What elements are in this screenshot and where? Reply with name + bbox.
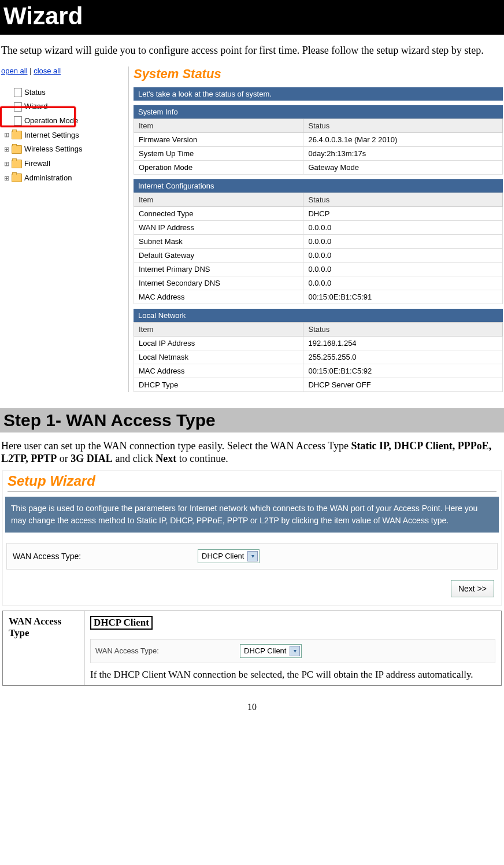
- expand-icon[interactable]: ⊞: [1, 129, 12, 141]
- tree-opmode[interactable]: Operation Mode: [24, 114, 78, 128]
- tree-wireless[interactable]: Wireless Settings: [24, 142, 82, 157]
- cell: Firmware Version: [134, 132, 303, 146]
- cell: 0.0.0.0: [303, 220, 503, 234]
- divider: [8, 491, 496, 492]
- table-row: Local IP Address192.168.1.254: [134, 336, 503, 350]
- cell: 0.0.0.0: [303, 262, 503, 276]
- cell: Connected Type: [134, 206, 303, 220]
- wan-label: WAN Access Type:: [13, 552, 198, 561]
- col-header: Status: [303, 322, 503, 336]
- table-row: WAN IP Address0.0.0.0: [134, 220, 503, 234]
- step1-intro: Here user can set up the WAN connection …: [0, 439, 504, 470]
- cell: 00:15:0E:B1:C5:92: [303, 364, 503, 378]
- cell: Local IP Address: [134, 336, 303, 350]
- table-row: MAC Address00:15:0E:B1:C5:92: [134, 364, 503, 378]
- cell: Internet Primary DNS: [134, 262, 303, 276]
- table-row: Subnet Mask0.0.0.0: [134, 234, 503, 248]
- cell: 00:15:0E:B1:C5:91: [303, 290, 503, 304]
- cell: Local Netmask: [134, 350, 303, 364]
- wizard-banner: This page is used to configure the param…: [5, 497, 499, 533]
- table-row: Operation ModeGateway Mode: [134, 160, 503, 174]
- intro-text: The setup wizard will guide you to confi…: [0, 35, 504, 63]
- open-all-link[interactable]: open all: [1, 66, 28, 75]
- section-header: Local Network: [134, 309, 503, 322]
- folder-icon: [12, 160, 22, 168]
- page-title: Wizard: [0, 0, 504, 35]
- page-icon: [14, 102, 22, 112]
- cell: WAN IP Address: [134, 220, 303, 234]
- expand-icon[interactable]: ⊞: [1, 143, 12, 156]
- status-title: System Status: [134, 66, 503, 82]
- tree-status[interactable]: Status: [24, 86, 46, 100]
- col-header: Item: [134, 119, 303, 132]
- cell: Default Gateway: [134, 248, 303, 262]
- cell: 0.0.0.0: [303, 276, 503, 290]
- chevron-down-icon: ▾: [247, 551, 258, 561]
- col-header: Item: [134, 193, 303, 206]
- next-button[interactable]: Next >>: [451, 580, 494, 597]
- cell: 0.0.0.0: [303, 234, 503, 248]
- definition-table: WAN Access Type DHCP Client WAN Access T…: [2, 611, 502, 686]
- page-icon: [14, 116, 22, 125]
- status-table: ItemStatusFirmware Version26.4.0.0.3.1e …: [134, 119, 503, 175]
- page-number: 10: [0, 702, 504, 712]
- cell: 0day:2h:13m:17s: [303, 146, 503, 160]
- table-row: Connected TypeDHCP: [134, 206, 503, 220]
- table-row: Internet Secondary DNS0.0.0.0: [134, 276, 503, 290]
- close-all-link[interactable]: close all: [34, 66, 61, 75]
- screenshot-system-status: open all | close all Status Wizard Opera…: [1, 66, 503, 392]
- folder-icon: [12, 173, 22, 182]
- table-row: DHCP TypeDHCP Server OFF: [134, 378, 503, 391]
- tree-wizard[interactable]: Wizard: [24, 99, 47, 114]
- def-left: WAN Access Type: [3, 611, 84, 685]
- status-sub: Let's take a look at the status of syste…: [134, 87, 503, 101]
- tree-internet[interactable]: Internet Settings: [24, 128, 79, 143]
- status-table: ItemStatusLocal IP Address192.168.1.254L…: [134, 322, 503, 392]
- table-row: Default Gateway0.0.0.0: [134, 248, 503, 262]
- status-table: ItemStatusConnected TypeDHCPWAN IP Addre…: [134, 193, 503, 304]
- cell: System Up Time: [134, 146, 303, 160]
- table-row: System Up Time0day:2h:13m:17s: [134, 146, 503, 160]
- folder-icon: [12, 131, 22, 139]
- cell: 26.4.0.0.3.1e (Mar 2 2010): [303, 132, 503, 146]
- wan-access-row: WAN Access Type: DHCP Client▾: [6, 543, 498, 570]
- col-header: Item: [134, 322, 303, 336]
- cell: Subnet Mask: [134, 234, 303, 248]
- chevron-down-icon: ▾: [290, 646, 300, 656]
- section-header: System Info: [134, 105, 503, 119]
- def-right: DHCP Client WAN Access Type: DHCP Client…: [84, 611, 502, 685]
- cell: 192.168.1.254: [303, 336, 503, 350]
- table-row: Internet Primary DNS0.0.0.0: [134, 262, 503, 276]
- screenshot-setup-wizard: Setup Wizard This page is used to config…: [2, 470, 502, 606]
- cell: MAC Address: [134, 364, 303, 378]
- col-header: Status: [303, 119, 503, 132]
- wan-select[interactable]: DHCP Client▾: [198, 549, 260, 563]
- cell: Gateway Mode: [303, 160, 503, 174]
- tree-firewall[interactable]: Firewall: [24, 157, 50, 171]
- expand-icon[interactable]: ⊞: [1, 158, 12, 170]
- cell: DHCP: [303, 206, 503, 220]
- table-row: Local Netmask255.255.255.0: [134, 350, 503, 364]
- cell: Internet Secondary DNS: [134, 276, 303, 290]
- def-form-label: WAN Access Type:: [95, 646, 240, 655]
- table-row: MAC Address00:15:0E:B1:C5:91: [134, 290, 503, 304]
- def-desc: If the DHCP Client WAN connection be sel…: [90, 669, 495, 681]
- cell: DHCP Server OFF: [303, 378, 503, 391]
- table-row: Firmware Version26.4.0.0.3.1e (Mar 2 201…: [134, 132, 503, 146]
- col-header: Status: [303, 193, 503, 206]
- cell: 0.0.0.0: [303, 248, 503, 262]
- cell: 255.255.255.0: [303, 350, 503, 364]
- cell: MAC Address: [134, 290, 303, 304]
- wizard-title: Setup Wizard: [8, 473, 496, 489]
- def-boxed: DHCP Client: [90, 616, 153, 630]
- expand-icon[interactable]: ⊞: [1, 172, 12, 184]
- tree-admin[interactable]: Administration: [24, 171, 72, 186]
- cell: DHCP Type: [134, 378, 303, 391]
- def-inner-form: WAN Access Type: DHCP Client▾: [90, 639, 495, 663]
- folder-icon: [12, 145, 22, 154]
- section-header: Internet Configurations: [134, 179, 503, 193]
- nav-tree: Status Wizard Operation Mode ⊞Internet S…: [1, 86, 123, 186]
- tree-links: open all | close all: [1, 66, 123, 75]
- cell: Operation Mode: [134, 160, 303, 174]
- def-form-select[interactable]: DHCP Client▾: [240, 644, 302, 658]
